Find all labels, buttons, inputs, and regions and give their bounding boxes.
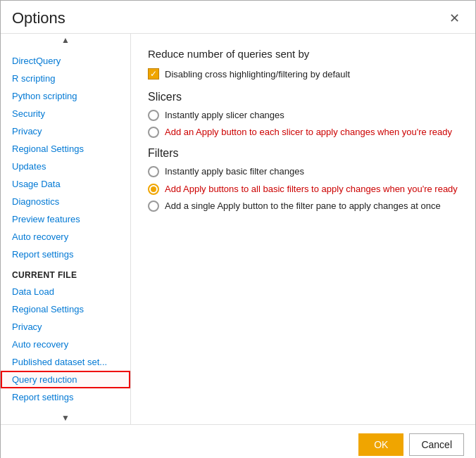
filters-radio-0[interactable] xyxy=(148,166,159,177)
current-file-section-label: CURRENT FILE xyxy=(1,263,130,283)
filters-radio-label-1: Add Apply buttons to all basic filters t… xyxy=(165,183,458,196)
options-dialog: Options ✕ ▲ DirectQueryR scriptingPython… xyxy=(0,0,476,458)
filters-radio-1[interactable] xyxy=(148,184,159,195)
sidebar-item-published-dataset[interactable]: Published dataset set... xyxy=(1,353,130,371)
disabling-checkbox[interactable]: ✓ xyxy=(148,68,159,79)
cancel-button[interactable]: Cancel xyxy=(409,433,464,456)
sidebar-item-cf-regional-settings[interactable]: Regional Settings xyxy=(1,300,130,318)
sidebar-item-r-scripting[interactable]: R scripting xyxy=(1,70,130,87)
filters-radio-row-2[interactable]: Add a single Apply button to the filter … xyxy=(148,200,458,212)
sidebar-item-privacy[interactable]: Privacy xyxy=(1,122,130,140)
disabling-checkbox-row: ✓ Disabling cross highlighting/filtering… xyxy=(148,68,458,79)
dialog-body: ▲ DirectQueryR scriptingPython scripting… xyxy=(1,33,475,424)
sidebar-item-updates[interactable]: Updates xyxy=(1,158,130,175)
filters-radio-2[interactable] xyxy=(148,201,159,212)
sidebar-item-query-reduction[interactable]: Query reduction xyxy=(1,371,130,388)
title-bar: Options ✕ xyxy=(1,1,475,30)
scroll-up-arrow[interactable]: ▲ xyxy=(1,34,130,46)
sidebar-item-preview-features[interactable]: Preview features xyxy=(1,210,130,228)
slicers-radio-label-0: Instantly apply slicer changes xyxy=(165,109,284,122)
scroll-down-arrow[interactable]: ▼ xyxy=(1,412,130,424)
sidebar-scroll: DirectQueryR scriptingPython scriptingSe… xyxy=(1,46,130,412)
sidebar-item-cf-auto-recovery[interactable]: Auto recovery xyxy=(1,336,130,353)
slicers-radio-label-1: Add an Apply button to each slicer to ap… xyxy=(165,126,452,139)
close-button[interactable]: ✕ xyxy=(445,9,464,27)
dialog-title: Options xyxy=(12,9,65,27)
sidebar-item-cf-report-settings[interactable]: Report settings xyxy=(1,388,130,406)
global-nav-section: DirectQueryR scriptingPython scriptingSe… xyxy=(1,52,130,263)
slicers-radio-row-1[interactable]: Add an Apply button to each slicer to ap… xyxy=(148,126,458,139)
sidebar-item-regional-settings[interactable]: Regional Settings xyxy=(1,140,130,158)
slicers-radio-0[interactable] xyxy=(148,110,159,121)
sidebar: ▲ DirectQueryR scriptingPython scripting… xyxy=(1,34,131,424)
filters-radio-row-0[interactable]: Instantly apply basic filter changes xyxy=(148,165,458,178)
filters-section-title: Filters xyxy=(148,147,458,160)
filters-radio-group: Instantly apply basic filter changesAdd … xyxy=(148,165,458,212)
filters-radio-label-2: Add a single Apply button to the filter … xyxy=(165,200,441,212)
radio-inner-icon xyxy=(151,186,156,192)
sidebar-item-python-scripting[interactable]: Python scripting xyxy=(1,87,130,105)
sidebar-item-report-settings[interactable]: Report settings xyxy=(1,246,130,263)
current-file-nav-section: Data LoadRegional SettingsPrivacyAuto re… xyxy=(1,283,130,406)
checkmark-icon: ✓ xyxy=(150,70,157,78)
dialog-footer: OK Cancel xyxy=(1,424,475,458)
slicers-radio-row-0[interactable]: Instantly apply slicer changes xyxy=(148,109,458,122)
filters-radio-label-0: Instantly apply basic filter changes xyxy=(165,165,304,178)
sidebar-item-auto-recovery[interactable]: Auto recovery xyxy=(1,228,130,246)
ok-button[interactable]: OK xyxy=(358,433,403,456)
sidebar-item-cf-privacy[interactable]: Privacy xyxy=(1,318,130,336)
slicers-section-title: Slicers xyxy=(148,91,458,103)
filters-radio-row-1[interactable]: Add Apply buttons to all basic filters t… xyxy=(148,183,458,196)
sidebar-item-diagnostics[interactable]: Diagnostics xyxy=(1,193,130,210)
content-heading: Reduce number of queries sent by xyxy=(148,48,458,60)
disabling-checkbox-label: Disabling cross highlighting/filtering b… xyxy=(165,69,350,79)
sidebar-item-data-load[interactable]: Data Load xyxy=(1,283,130,300)
sidebar-item-usage-data[interactable]: Usage Data xyxy=(1,175,130,193)
slicers-radio-group: Instantly apply slicer changesAdd an App… xyxy=(148,109,458,139)
slicers-radio-1[interactable] xyxy=(148,127,159,138)
sidebar-item-directquery[interactable]: DirectQuery xyxy=(1,52,130,70)
sidebar-item-security[interactable]: Security xyxy=(1,105,130,122)
main-content: Reduce number of queries sent by ✓ Disab… xyxy=(131,34,475,424)
